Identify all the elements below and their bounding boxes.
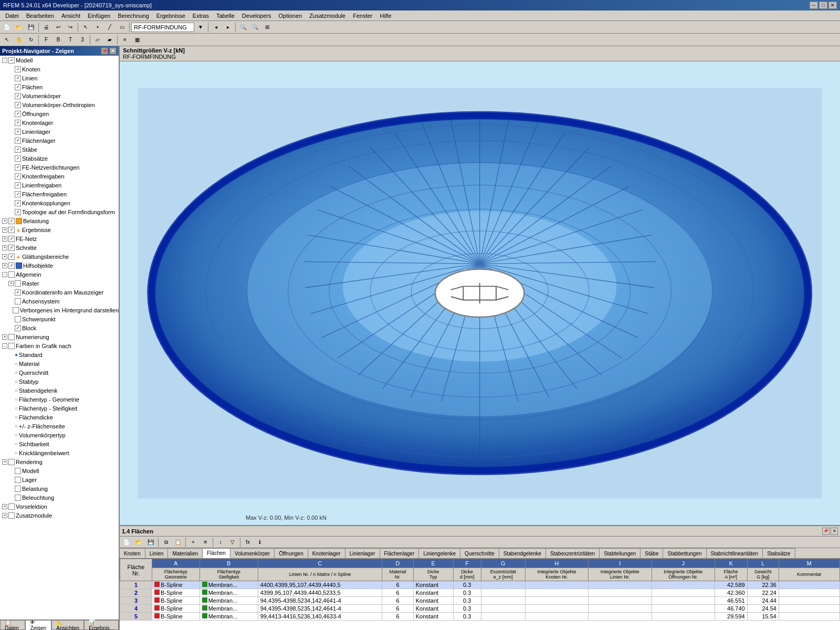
tab-ergebnis[interactable]: 📊 Ergebnis... (84, 620, 119, 630)
table-add-btn[interactable]: + (187, 537, 199, 548)
tree-item-3[interactable]: Flächen (0, 82, 119, 91)
bottom-tab-12[interactable]: Stabexzentrizitäten (546, 548, 600, 558)
sidebar-pin-btn[interactable]: 📌 (101, 47, 108, 55)
close-button[interactable]: ✕ (828, 2, 837, 9)
pan-btn[interactable]: ✋ (13, 35, 25, 45)
tree-checkbox-29[interactable] (15, 316, 21, 322)
tree-item-7[interactable]: Knotenlager (0, 118, 119, 127)
tree-checkbox-14[interactable] (15, 182, 21, 188)
table-paste-btn[interactable]: 📋 (172, 537, 184, 548)
maximize-button[interactable]: □ (819, 2, 827, 9)
table-del-btn[interactable]: ✕ (200, 537, 211, 548)
tree-checkbox-31[interactable] (8, 334, 15, 340)
tree-toggle-50[interactable] (2, 504, 7, 509)
tab-daten[interactable]: 📋 Daten (0, 620, 25, 630)
tree-item-22[interactable]: ▲Glättungsbereiche (0, 252, 119, 261)
tree-item-46[interactable]: Modell (0, 466, 119, 475)
table-formula-btn[interactable]: fx (242, 537, 254, 548)
table-sort-btn[interactable]: ↕ (215, 537, 226, 548)
tab-ansichten[interactable]: 📐 Ansichten (51, 620, 84, 630)
tree-item-24[interactable]: Allgemein (0, 270, 119, 279)
tree-checkbox-12[interactable] (15, 164, 21, 171)
tree-checkbox-46[interactable] (15, 468, 21, 474)
view-3d[interactable]: 3 (77, 35, 88, 45)
tree-item-13[interactable]: Knotenfreigaben (0, 172, 119, 181)
tree-item-26[interactable]: Koordinateninfo am Mauszeiger (0, 288, 119, 297)
table-new-btn[interactable]: 📄 (121, 537, 132, 548)
tree-item-6[interactable]: Öffnungen (0, 109, 119, 118)
tree-checkbox-48[interactable] (15, 486, 21, 492)
tree-item-40[interactable]: ○Flächendicke (0, 413, 119, 422)
table-row[interactable]: 2 B-Spline Membran... 4399,95,107,4439,4… (120, 589, 840, 597)
tree-checkbox-26[interactable] (15, 289, 21, 296)
tree-radio-44[interactable]: ○ (15, 450, 18, 456)
bottom-tab-0[interactable]: Knoten (120, 548, 145, 558)
zoom-in-btn[interactable]: 🔍 (237, 22, 249, 33)
bottom-tab-17[interactable]: Stabsätze (763, 548, 795, 558)
tree-radio-42[interactable]: ○ (15, 432, 18, 438)
tree-radio-35[interactable]: ○ (15, 370, 18, 375)
open-btn[interactable]: 📂 (13, 22, 25, 33)
tree-item-21[interactable]: Schnitte (0, 243, 119, 252)
pointer-btn[interactable]: ↖ (1, 35, 13, 45)
tree-checkbox-11[interactable] (15, 155, 21, 162)
node-btn[interactable]: • (92, 22, 103, 33)
tree-item-17[interactable]: Topologie auf der Formfindungsform (0, 207, 119, 216)
tree-radio-38[interactable]: ○ (15, 396, 18, 402)
bottom-tab-14[interactable]: Stäbe (640, 548, 663, 558)
tree-checkbox-22[interactable] (8, 254, 15, 260)
tree-item-5[interactable]: Volumenkörper-Orthotropien (0, 100, 119, 109)
tree-radio-34[interactable]: ○ (15, 361, 18, 366)
tree-item-2[interactable]: Linien (0, 74, 119, 82)
bottom-tab-9[interactable]: Liniengelenke (419, 548, 460, 558)
table-row[interactable]: 1 B-Spline Membran... 4400,4399,95,107,4… (120, 581, 840, 589)
tree-item-49[interactable]: Beleuchtung (0, 493, 119, 502)
menu-einfuegen[interactable]: Einfügen (85, 12, 113, 20)
tree-checkbox-4[interactable] (15, 93, 21, 99)
tree-checkbox-10[interactable] (15, 146, 21, 153)
tree-item-51[interactable]: Zusatzmodule (0, 511, 119, 520)
tree-item-38[interactable]: ○Flächentyp - Geometrie (0, 395, 119, 404)
tree-checkbox-51[interactable] (8, 512, 15, 519)
bottom-tab-8[interactable]: Flächenlager (380, 548, 419, 558)
tree-checkbox-17[interactable] (15, 209, 21, 215)
menu-extras[interactable]: Extras (190, 12, 212, 20)
tree-item-50[interactable]: Vorselektion (0, 502, 119, 511)
table-save-btn[interactable]: 💾 (145, 537, 156, 548)
save-btn[interactable]: 💾 (25, 22, 37, 33)
bottom-tab-13[interactable]: Stabteilungen (600, 548, 640, 558)
view-top[interactable]: T (65, 35, 76, 45)
bottom-tab-11[interactable]: Stabendgelenke (499, 548, 546, 558)
sidebar-close-btn[interactable]: ✕ (109, 47, 117, 55)
tree-item-43[interactable]: ○Sichtbarkeit (0, 439, 119, 448)
tree-checkbox-20[interactable] (8, 236, 15, 242)
tree-item-27[interactable]: Achsensystem (0, 297, 119, 306)
tree-item-30[interactable]: Block (0, 323, 119, 332)
tree-toggle-18[interactable] (2, 218, 7, 224)
tree-item-25[interactable]: Raster (0, 279, 119, 288)
view-back[interactable]: B (52, 35, 64, 45)
menu-zusatzmodule[interactable]: Zusatzmodule (306, 12, 349, 20)
prev-btn[interactable]: ◂ (210, 22, 222, 33)
tree-item-10[interactable]: Stäbe (0, 145, 119, 154)
render-wire[interactable]: ▱ (92, 35, 103, 45)
new-btn[interactable]: 📄 (1, 22, 13, 33)
tree-item-37[interactable]: ○Stabendgelenk (0, 386, 119, 395)
table-row[interactable]: 4 B-Spline Membran... 94,4395-4398,5235,… (120, 605, 840, 613)
tree-item-36[interactable]: ○Stabtyp (0, 377, 119, 386)
tree-checkbox-25[interactable] (15, 280, 21, 287)
tree-toggle-21[interactable] (2, 245, 7, 250)
tree-item-18[interactable]: Belastung (0, 216, 119, 225)
tree-checkbox-32[interactable] (8, 343, 15, 349)
tree-radio-40[interactable]: ○ (15, 414, 18, 420)
tree-checkbox-2[interactable] (15, 75, 21, 81)
tree-checkbox-21[interactable] (8, 245, 15, 251)
menu-berechnung[interactable]: Berechnung (114, 12, 152, 20)
tree-radio-43[interactable]: ○ (15, 441, 18, 447)
table-copy-btn[interactable]: ⧉ (160, 537, 172, 548)
tree-radio-41[interactable]: ○ (15, 423, 18, 429)
tree-checkbox-49[interactable] (15, 495, 21, 501)
tree-checkbox-45[interactable] (8, 459, 15, 465)
tree-item-45[interactable]: Rendering (0, 457, 119, 466)
tree-item-15[interactable]: Flächenfreigaben (0, 190, 119, 198)
